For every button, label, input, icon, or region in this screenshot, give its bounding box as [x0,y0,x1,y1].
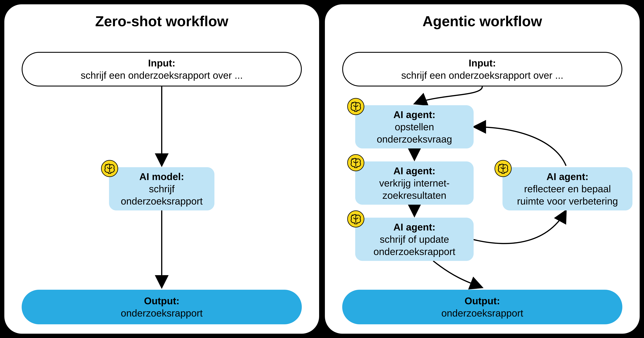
brain-icon [101,160,118,177]
right-agent2-node: AI agent: verkrijg internet- zoekresulta… [355,162,474,205]
right-agent4-label: AI agent: [546,171,588,182]
brain-icon [347,154,364,171]
right-panel-title: Agentic workflow [325,13,640,29]
left-panel-title: Zero-shot workflow [4,13,319,29]
left-output-node: Output: onderzoeksrapport [22,290,302,324]
left-output-label: Output: [144,295,179,306]
right-agent4-node: AI agent: reflecteer en bepaal ruimte vo… [502,167,632,210]
right-output-label: Output: [464,295,500,306]
right-agent3-line2: onderzoeksrapport [374,245,455,258]
right-agent2-line2: zoekresultaten [382,189,446,201]
brain-icon [347,98,364,115]
brain-icon [494,160,512,177]
left-model-label: AI model: [139,171,184,182]
left-model-line2: onderzoeksrapport [121,195,202,207]
right-agent1-line2: onderzoeksvraag [377,133,452,145]
left-model-node: AI model: schrijf onderzoeksrapport [109,167,214,210]
right-agent1-node: AI agent: opstellen onderzoeksvraag [355,105,474,149]
left-model-line1: schrijf [149,183,174,195]
right-input-node: Input: schrijf een onderzoeksrapport ove… [342,52,622,86]
right-panel: Agentic workflow Input: schrijf een ond [325,4,640,334]
right-agent3-label: AI agent: [394,221,436,232]
left-input-text: schrijf een onderzoeksrapport over ... [81,69,243,81]
left-panel: Zero-shot workflow Input: schrijf een on… [4,4,319,334]
brain-icon [347,210,364,227]
right-agent2-line1: verkrijg internet- [379,177,450,189]
right-agent1-label: AI agent: [394,109,436,120]
right-output-node: Output: onderzoeksrapport [342,290,622,324]
right-output-text: onderzoeksrapport [441,307,523,319]
right-input-text: schrijf een onderzoeksrapport over ... [401,69,564,81]
right-input-label: Input: [469,57,496,68]
right-agent4-line1: reflecteer en bepaal [524,183,611,195]
right-agent4-line2: ruimte voor verbetering [517,195,618,207]
right-agent1-line1: opstellen [395,121,434,133]
left-output-text: onderzoeksrapport [121,307,202,319]
left-input-node: Input: schrijf een onderzoeksrapport ove… [22,52,302,86]
right-agent3-line1: schrijf of update [380,233,449,245]
right-agent3-node: AI agent: schrijf of update onderzoeksra… [355,218,474,261]
right-agent2-label: AI agent: [394,165,436,176]
left-input-label: Input: [148,57,176,68]
